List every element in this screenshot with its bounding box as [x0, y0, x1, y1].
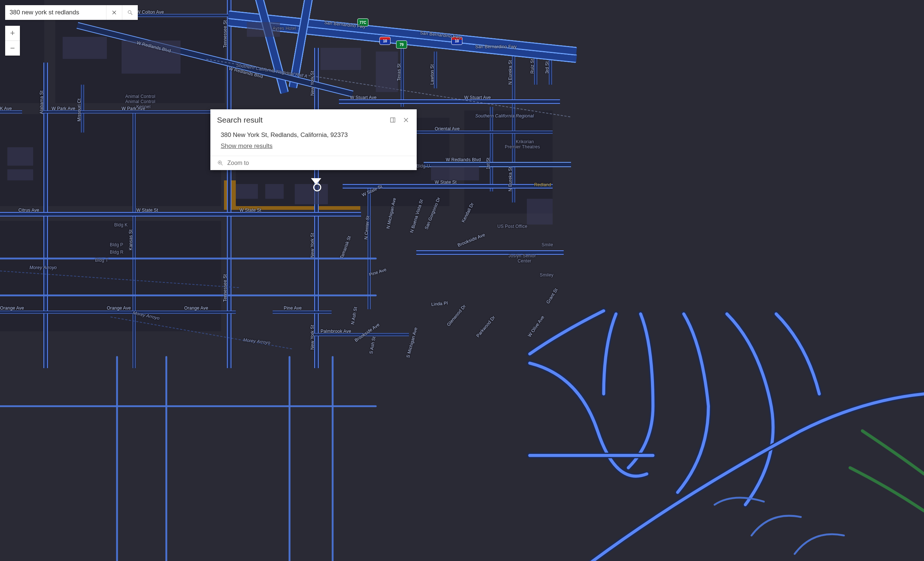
close-popup-button[interactable]: [400, 114, 411, 126]
dock-button[interactable]: [387, 114, 398, 126]
road-label: Brookside Ave: [354, 322, 381, 343]
zoom-in-button[interactable]: +: [5, 26, 20, 40]
svg-line-5: [221, 164, 222, 165]
map-canvas[interactable]: 77C 10 79 10 W Colton Ave San Bernardino…: [0, 0, 924, 561]
search-result-popup: Search result 380 New York St, Redlands,…: [210, 109, 417, 170]
zoom-to-button[interactable]: Zoom to: [210, 156, 417, 170]
close-icon: [111, 10, 117, 15]
search-button[interactable]: [122, 5, 138, 20]
poi-label: Smiley: [540, 272, 554, 278]
road-label: Pine Ave: [368, 267, 387, 277]
road-label: S Michigan Ave: [405, 327, 418, 359]
zoom-control: + −: [5, 26, 20, 55]
clear-search-button[interactable]: [106, 5, 122, 20]
zoom-to-label: Zoom to: [227, 160, 249, 166]
svg-line-11: [131, 13, 132, 15]
poi-label: US Post Office: [497, 224, 527, 229]
road-label: Brookside Ave: [457, 232, 486, 248]
result-pin: [313, 183, 321, 191]
road-label: Pine Ave: [284, 305, 302, 311]
result-address: 380 New York St, Redlands, California, 9…: [220, 132, 410, 139]
road-label: Linda Pl: [431, 301, 448, 307]
search-bar: [5, 5, 138, 20]
road-label: Grant St: [545, 287, 558, 305]
road-label: N Ash St: [350, 306, 358, 325]
svg-rect-0: [390, 118, 395, 122]
show-more-results-link[interactable]: Show more results: [220, 142, 410, 150]
close-icon: [403, 117, 410, 123]
poi-label: Center: [518, 259, 531, 263]
poi-label: Smile: [542, 242, 553, 247]
zoom-out-button[interactable]: −: [5, 40, 20, 55]
zoom-to-icon: [217, 160, 224, 166]
road-label: Glenwood Dr: [446, 304, 467, 327]
search-input[interactable]: [5, 5, 106, 20]
svg-point-10: [128, 10, 131, 13]
search-icon: [127, 10, 133, 15]
poi-label: Kennel: [136, 104, 151, 109]
road-label: W Olive Ave: [527, 315, 545, 338]
road-label: S Ash St: [368, 336, 376, 354]
dock-icon: [389, 117, 396, 123]
road-label: Tamarisk St: [339, 235, 352, 260]
road-label: Parkwood Dr: [475, 315, 496, 338]
popup-title: Search result: [217, 115, 385, 124]
